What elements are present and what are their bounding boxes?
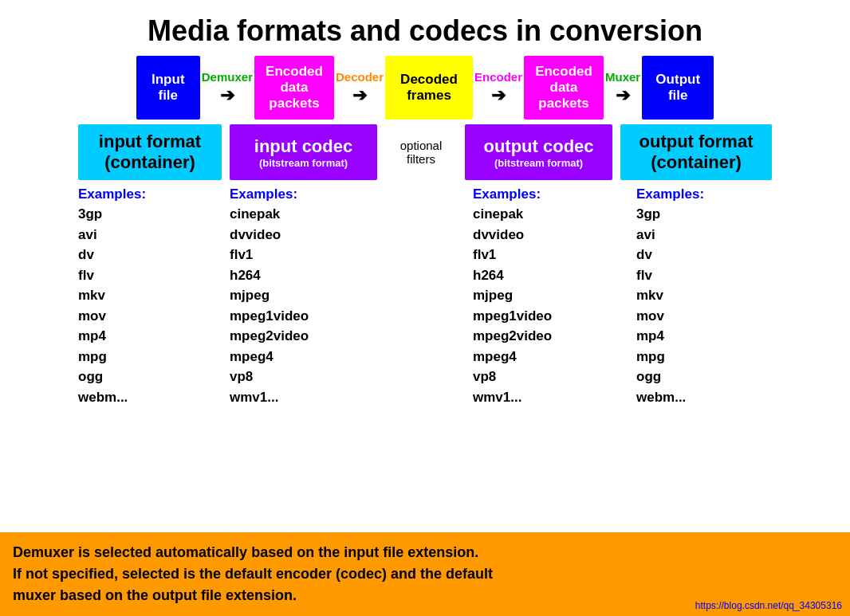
banner-credit: https://blog.csdn.net/qq_34305316 [695, 600, 842, 611]
encoded-packets-2-box: Encoded data packets [524, 56, 604, 120]
muxer-arrow: Muxer ➔ [605, 70, 640, 106]
input-format-label: input format (container) [78, 124, 222, 180]
output-codec-label: output codec (bitstream format) [465, 124, 612, 180]
output-format-label: output format (container) [620, 124, 772, 180]
bottom-banner: Demuxer is selected automatically based … [0, 532, 850, 616]
input-codec-examples: Examples: cinepak dvvideo flv1 h264 mjpe… [222, 183, 377, 529]
flow-row: Input file Demuxer ➔ Encoded data packet… [0, 56, 850, 120]
page-title: Media formats and codecs in conversion [0, 0, 850, 56]
encoder-arrow: Encoder ➔ [474, 70, 522, 106]
encoded-packets-1-box: Encoded data packets [254, 56, 334, 120]
label-row: input format (container) input codec (bi… [0, 124, 850, 180]
banner-line2: If not specified, selected is the defaul… [13, 563, 837, 585]
decoder-arrow: Decoder ➔ [336, 70, 384, 106]
output-codec-examples: Examples: cinepak dvvideo flv1 h264 mjpe… [465, 183, 620, 529]
optional-filters-spacer [377, 183, 465, 529]
input-file-box: Input file [136, 56, 200, 120]
input-codec-label: input codec (bitstream format) [230, 124, 377, 180]
input-format-examples: Examples: 3gp avi dv flv mkv mov mp4 mpg… [70, 183, 214, 529]
optional-filters-label: optional filters [377, 124, 465, 180]
examples-section: Examples: 3gp avi dv flv mkv mov mp4 mpg… [0, 183, 850, 529]
output-format-examples: Examples: 3gp avi dv flv mkv mov mp4 mpg… [628, 183, 780, 529]
output-file-box: Output file [642, 56, 714, 120]
decoded-frames-box: Decoded frames [385, 56, 473, 120]
banner-line1: Demuxer is selected automatically based … [13, 542, 837, 563]
demuxer-arrow: Demuxer ➔ [202, 70, 253, 106]
page: Media formats and codecs in conversion I… [0, 0, 850, 616]
